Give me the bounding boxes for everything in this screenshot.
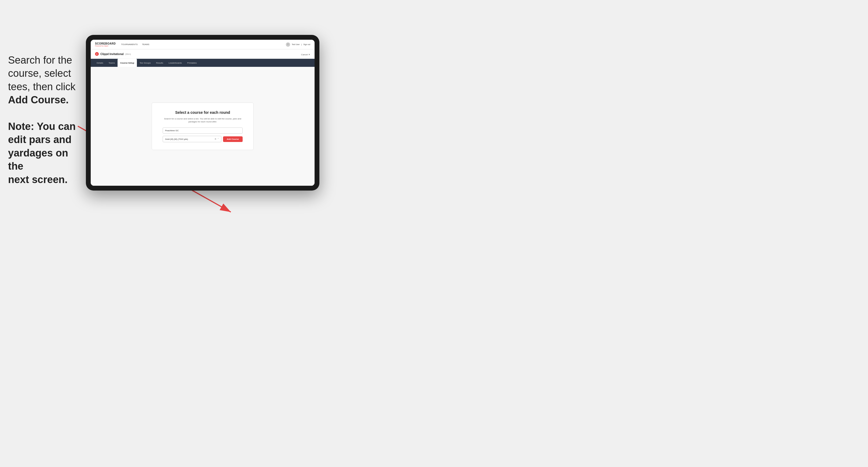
annotation-note1: Note: You can — [8, 120, 83, 133]
tournament-gender: (Men) — [125, 53, 131, 55]
annotation-note2: edit pars and — [8, 133, 83, 146]
tab-details[interactable]: Details — [94, 59, 106, 67]
tab-tee-groups[interactable]: Tee Groups — [137, 59, 153, 67]
nav-tournaments[interactable]: TOURNAMENTS — [121, 43, 138, 45]
card-description: Search for a course and select a tee. Yo… — [163, 117, 243, 123]
annotation-line3: tees, then click — [8, 80, 83, 93]
tablet-screen: SCOREBOARD Powered by clippd TOURNAMENTS… — [91, 40, 315, 186]
tee-select-controls: ✕ ⌃ — [214, 138, 219, 141]
tee-clear-icon[interactable]: ✕ — [214, 138, 217, 141]
annotation-note3: yardages on the — [8, 147, 83, 173]
cancel-button[interactable]: Cancel ✕ — [301, 54, 310, 56]
course-setup-card: Select a course for each round Search fo… — [152, 102, 254, 150]
cancel-area: Cancel ✕ — [301, 52, 310, 56]
top-navbar: SCOREBOARD Powered by clippd TOURNAMENTS… — [91, 40, 315, 50]
tee-select-dropdown[interactable]: Gold (M) (M) (7010 yds) ✕ ⌃ — [163, 136, 221, 142]
cancel-icon: ✕ — [308, 54, 310, 56]
annotation-note4: next screen. — [8, 173, 83, 186]
tablet-device: SCOREBOARD Powered by clippd TOURNAMENTS… — [86, 35, 319, 191]
tab-navigation: Details Teams Course Setup Tee Groups Re… — [91, 59, 315, 67]
brand-logo: SCOREBOARD Powered by clippd — [95, 42, 116, 47]
navbar-user-area: T Test User | Sign out — [286, 42, 310, 47]
add-course-button[interactable]: Add Course — [223, 136, 243, 142]
course-search-input[interactable] — [163, 127, 243, 134]
tournament-name: Clippd Invitational — [100, 53, 124, 56]
brand-title: SCOREBOARD — [95, 42, 116, 45]
tournament-title-area: C Clippd Invitational (Men) — [95, 52, 131, 56]
card-title: Select a course for each round — [163, 110, 243, 115]
annotation-line4: Add Course. — [8, 93, 83, 106]
nav-teams[interactable]: TEAMS — [142, 43, 150, 45]
annotation-block: Search for the course, select tees, then… — [8, 54, 83, 186]
separator: | — [301, 43, 302, 45]
tee-chevron-icon[interactable]: ⌃ — [217, 138, 219, 140]
main-content: Select a course for each round Search fo… — [91, 67, 315, 186]
tab-results[interactable]: Results — [153, 59, 166, 67]
tournament-logo: C — [95, 52, 99, 56]
sign-out-link[interactable]: Sign out — [303, 43, 310, 45]
tournament-header: C Clippd Invitational (Men) Cancel ✕ — [91, 50, 315, 59]
tab-printables[interactable]: Printables — [184, 59, 199, 67]
cancel-label: Cancel — [301, 54, 308, 56]
user-avatar: T — [286, 42, 290, 47]
annotation-line2: course, select — [8, 67, 83, 80]
user-label: Test User — [292, 43, 300, 45]
tab-leaderboards[interactable]: Leaderboards — [166, 59, 184, 67]
nav-links: TOURNAMENTS TEAMS — [121, 43, 286, 45]
brand-subtitle: Powered by clippd — [95, 45, 116, 47]
annotation-line1: Search for the — [8, 54, 83, 67]
tee-selector-row: Gold (M) (M) (7010 yds) ✕ ⌃ Add Course — [163, 136, 243, 142]
tab-teams[interactable]: Teams — [106, 59, 118, 67]
tee-select-value: Gold (M) (M) (7010 yds) — [165, 138, 188, 141]
tab-course-setup[interactable]: Course Setup — [118, 59, 137, 67]
